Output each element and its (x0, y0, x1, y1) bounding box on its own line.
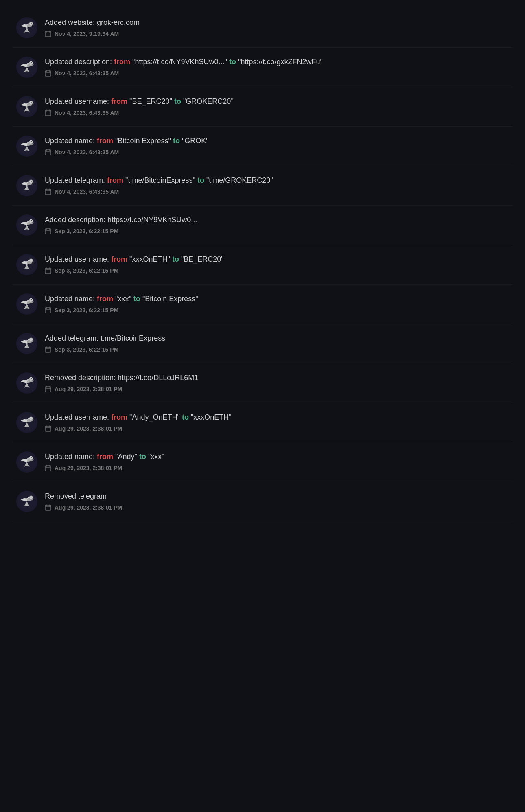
text-plain: Added telegram: t.me/BitcoinExpress (45, 334, 165, 342)
keyword-from: from (111, 255, 127, 263)
item-content: Updated name: from "xxx" to "Bitcoin Exp… (45, 293, 509, 313)
avatar (16, 17, 37, 38)
text-plain: "GROK" (180, 137, 209, 145)
text-plain: "Bitcoin Express" (113, 137, 173, 145)
text-plain: "GROKERC20" (181, 97, 234, 105)
text-plain: Updated username: (45, 413, 111, 421)
item-date: Sep 3, 2023, 6:22:15 PM (45, 307, 509, 313)
text-plain: "https://t.co/gxkZFN2wFu" (236, 58, 323, 66)
list-item: Updated username: from "BE_ERC20" to "GR… (12, 87, 513, 127)
item-text: Added telegram: t.me/BitcoinExpress (45, 333, 509, 344)
avatar (16, 412, 37, 433)
item-text: Removed description: https://t.co/DLLoJR… (45, 372, 509, 383)
item-date: Sep 3, 2023, 6:22:15 PM (45, 228, 509, 234)
text-plain: Removed telegram (45, 492, 107, 500)
calendar-icon (45, 386, 51, 392)
svg-rect-17 (45, 110, 51, 116)
item-date: Aug 29, 2023, 2:38:01 PM (45, 425, 509, 432)
item-text: Removed telegram (45, 491, 509, 502)
avatar (16, 293, 37, 315)
text-plain: Updated telegram: (45, 176, 107, 184)
item-content: Added telegram: t.me/BitcoinExpress Sep … (45, 333, 509, 353)
svg-rect-66 (45, 387, 51, 392)
list-item: Updated description: from "https://t.co/… (12, 48, 513, 87)
text-plain: "BE_ERC20" (127, 97, 174, 105)
svg-rect-10 (45, 71, 51, 76)
text-plain: "t.me/GROKERC20" (204, 176, 273, 184)
keyword-to: to (229, 58, 236, 66)
keyword-from: from (111, 97, 127, 105)
calendar-icon (45, 504, 51, 511)
list-item: Updated name: from "Andy" to "xxx" Aug 2… (12, 442, 513, 482)
keyword-to: to (172, 255, 179, 263)
keyword-from: from (111, 413, 127, 421)
list-item: Removed description: https://t.co/DLLoJR… (12, 363, 513, 403)
calendar-icon (45, 346, 51, 353)
list-item: Added description: https://t.co/NY9VKhSU… (12, 206, 513, 245)
text-plain: "Andy_OnETH" (127, 413, 182, 421)
calendar-icon (45, 70, 51, 77)
keyword-to: to (173, 137, 180, 145)
item-content: Removed description: https://t.co/DLLoJR… (45, 372, 509, 392)
list-item: Updated username: from "Andy_OnETH" to "… (12, 403, 513, 442)
item-text: Updated name: from "Bitcoin Express" to … (45, 136, 509, 147)
keyword-from: from (97, 453, 113, 461)
date-text: Aug 29, 2023, 2:38:01 PM (55, 465, 122, 471)
avatar (16, 57, 37, 78)
text-plain: "https://t.co/NY9VKhSUw0..." (130, 58, 229, 66)
date-text: Nov 4, 2023, 6:43:35 AM (55, 70, 119, 77)
text-plain: Updated username: (45, 97, 111, 105)
item-content: Updated name: from "Andy" to "xxx" Aug 2… (45, 451, 509, 471)
svg-rect-59 (45, 347, 51, 352)
list-item: Added website: grok-erc.com Nov 4, 2023,… (12, 8, 513, 48)
text-plain: Updated name: (45, 453, 97, 461)
calendar-icon (45, 228, 51, 234)
avatar (16, 451, 37, 473)
item-text: Added description: https://t.co/NY9VKhSU… (45, 214, 509, 225)
text-plain: "Bitcoin Express" (140, 295, 198, 303)
item-text: Updated username: from "BE_ERC20" to "GR… (45, 96, 509, 107)
calendar-icon (45, 188, 51, 195)
keyword-to: to (139, 453, 146, 461)
calendar-icon (45, 465, 51, 471)
activity-list: Added website: grok-erc.com Nov 4, 2023,… (12, 8, 513, 521)
date-text: Nov 4, 2023, 6:43:35 AM (55, 188, 119, 195)
item-content: Added website: grok-erc.com Nov 4, 2023,… (45, 17, 509, 37)
calendar-icon (45, 267, 51, 274)
avatar (16, 333, 37, 354)
date-text: Aug 29, 2023, 2:38:01 PM (55, 386, 122, 392)
item-text: Updated name: from "Andy" to "xxx" (45, 451, 509, 462)
item-content: Updated username: from "xxxOnETH" to "BE… (45, 254, 509, 274)
item-date: Nov 4, 2023, 6:43:35 AM (45, 149, 509, 155)
item-text: Updated username: from "Andy_OnETH" to "… (45, 412, 509, 423)
keyword-from: from (107, 176, 123, 184)
svg-rect-38 (45, 229, 51, 234)
item-text: Updated username: from "xxxOnETH" to "BE… (45, 254, 509, 265)
calendar-icon (45, 31, 51, 37)
list-item: Updated name: from "xxx" to "Bitcoin Exp… (12, 285, 513, 324)
avatar (16, 254, 37, 275)
svg-rect-45 (45, 268, 51, 274)
keyword-from: from (97, 137, 113, 145)
svg-rect-52 (45, 308, 51, 313)
date-text: Sep 3, 2023, 6:22:15 PM (55, 267, 118, 274)
keyword-from: from (114, 58, 130, 66)
list-item: Updated telegram: from "t.me/BitcoinExpr… (12, 166, 513, 206)
avatar (16, 175, 37, 196)
text-plain: "xxxOnETH" (127, 255, 172, 263)
item-content: Removed telegram Aug 29, 2023, 2:38:01 P… (45, 491, 509, 511)
item-content: Updated description: from "https://t.co/… (45, 57, 509, 77)
date-text: Sep 3, 2023, 6:22:15 PM (55, 228, 118, 234)
item-date: Sep 3, 2023, 6:22:15 PM (45, 267, 509, 274)
avatar (16, 136, 37, 157)
calendar-icon (45, 307, 51, 313)
svg-rect-31 (45, 189, 51, 195)
text-plain: Updated description: (45, 58, 114, 66)
text-plain: "Andy" (113, 453, 139, 461)
item-date: Nov 4, 2023, 6:43:35 AM (45, 70, 509, 77)
item-date: Aug 29, 2023, 2:38:01 PM (45, 386, 509, 392)
date-text: Nov 4, 2023, 6:43:35 AM (55, 149, 119, 155)
text-plain: Added description: https://t.co/NY9VKhSU… (45, 216, 197, 224)
avatar (16, 372, 37, 394)
item-date: Nov 4, 2023, 6:43:35 AM (45, 188, 509, 195)
